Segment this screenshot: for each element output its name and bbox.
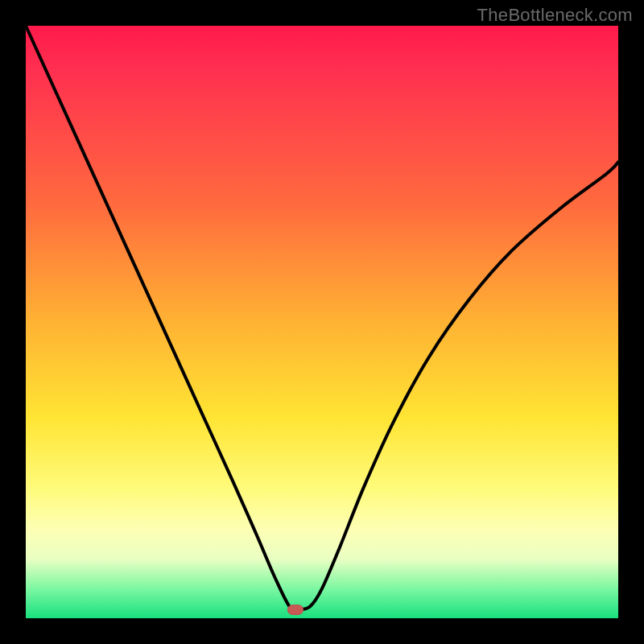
- chart-frame: TheBottleneck.com: [0, 0, 644, 644]
- watermark-text: TheBottleneck.com: [477, 5, 633, 26]
- bottleneck-curve: [26, 26, 618, 618]
- curve-path: [26, 26, 618, 610]
- optimal-point-marker: [287, 605, 303, 615]
- plot-area: [26, 26, 618, 618]
